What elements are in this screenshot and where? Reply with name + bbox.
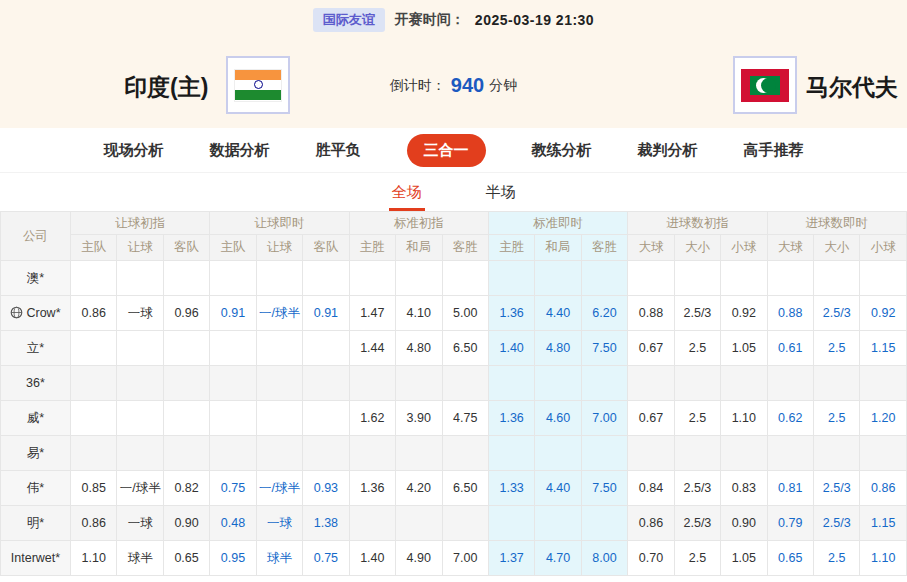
live-odds-cell[interactable]: 1.10 [860,541,907,576]
live-odds-cell[interactable]: 0.91 [303,296,349,331]
init-odds-cell [721,436,767,471]
subtab-1[interactable]: 半场 [483,174,519,211]
live-odds-cell[interactable]: 4.80 [535,331,581,366]
init-odds-cell [442,506,488,541]
live-odds-cell[interactable]: 4.40 [535,471,581,506]
live-odds-cell[interactable]: 0.81 [767,471,813,506]
live-odds-cell[interactable]: 0.61 [767,331,813,366]
company-cell[interactable]: 36* [1,366,71,401]
live-odds-cell[interactable]: 0.48 [210,506,256,541]
company-name: 36* [26,376,45,390]
live-odds-cell[interactable]: 0.95 [210,541,256,576]
init-odds-cell [396,261,442,296]
init-odds-cell [721,366,767,401]
company-cell[interactable]: 威* [1,401,71,436]
live-odds-cell[interactable]: 7.50 [581,471,627,506]
company-cell[interactable]: 易* [1,436,71,471]
live-odds-cell[interactable]: 4.40 [535,296,581,331]
col-header: 和局 [535,235,581,261]
live-odds-cell[interactable]: 一/球半 [256,471,302,506]
init-odds-cell: 0.82 [163,471,209,506]
live-odds-cell[interactable]: 1.36 [488,401,534,436]
live-odds-cell[interactable]: 0.88 [767,296,813,331]
company-cell[interactable]: Interwet* [1,541,71,576]
live-odds-cell[interactable]: 4.60 [535,401,581,436]
company-cell[interactable]: Crow* [1,296,71,331]
company-cell[interactable]: 明* [1,506,71,541]
live-odds-cell[interactable]: 0.75 [303,541,349,576]
init-odds-cell: 一/球半 [117,471,163,506]
live-odds-cell[interactable]: 0.65 [767,541,813,576]
init-odds-cell [71,436,117,471]
init-odds-cell: 5.00 [442,296,488,331]
live-odds-cell[interactable]: 1.15 [860,506,907,541]
nav-tab-4[interactable]: 教练分析 [532,141,592,160]
live-odds-cell[interactable]: 1.36 [488,296,534,331]
live-odds-cell[interactable]: 一球 [256,506,302,541]
group-header-1: 让球初指 [71,212,210,235]
company-name: 立* [27,341,44,355]
company-cell[interactable]: 伟* [1,471,71,506]
company-name: 威* [27,411,44,425]
live-odds-cell[interactable]: 0.62 [767,401,813,436]
odds-row: 易* [1,436,907,471]
nav-tab-0[interactable]: 现场分析 [104,141,164,160]
live-odds-cell[interactable]: 1.33 [488,471,534,506]
company-name: Crow* [26,306,60,320]
col-header: 客胜 [581,235,627,261]
subtab-0[interactable]: 全场 [389,174,425,211]
live-odds-cell[interactable]: 1.37 [488,541,534,576]
live-odds-cell[interactable]: 1.40 [488,331,534,366]
init-odds-cell: 0.86 [71,506,117,541]
init-odds-cell [442,366,488,401]
live-odds-cell[interactable]: 一/球半 [256,296,302,331]
live-odds-cell[interactable]: 球半 [256,541,302,576]
init-odds-cell: 2.5 [674,541,720,576]
live-odds-cell[interactable]: 2.5 [814,541,860,576]
live-odds-cell[interactable]: 0.79 [767,506,813,541]
init-odds-cell [117,401,163,436]
init-odds-cell: 0.86 [71,296,117,331]
init-odds-cell [396,366,442,401]
live-odds-cell[interactable]: 1.38 [303,506,349,541]
nav-tab-2[interactable]: 胜平负 [316,141,361,160]
live-odds-cell [210,261,256,296]
live-odds-cell[interactable]: 2.5/3 [814,296,860,331]
live-odds-cell [256,366,302,401]
live-odds-cell[interactable]: 1.20 [860,401,907,436]
live-odds-cell [210,366,256,401]
live-odds-cell[interactable]: 7.50 [581,331,627,366]
live-odds-cell[interactable]: 0.92 [860,296,907,331]
live-odds-cell[interactable]: 0.91 [210,296,256,331]
live-odds-cell[interactable]: 7.00 [581,401,627,436]
company-cell[interactable]: 立* [1,331,71,366]
company-logo-icon [10,306,23,319]
live-odds-cell [860,436,907,471]
nav-tab-5[interactable]: 裁判分析 [638,141,698,160]
live-odds-cell[interactable]: 2.5/3 [814,506,860,541]
company-cell[interactable]: 澳* [1,261,71,296]
init-odds-cell: 1.10 [71,541,117,576]
nav-tab-6[interactable]: 高手推荐 [744,141,804,160]
odds-row: 威*1.623.904.751.364.607.000.672.51.100.6… [1,401,907,436]
live-odds-cell[interactable]: 4.70 [535,541,581,576]
live-odds-cell[interactable]: 8.00 [581,541,627,576]
live-odds-cell [210,436,256,471]
live-odds-cell[interactable]: 0.75 [210,471,256,506]
init-odds-cell [163,261,209,296]
nav-tab-1[interactable]: 数据分析 [210,141,270,160]
col-header: 主胜 [349,235,395,261]
init-odds-cell: 3.90 [396,401,442,436]
nav-tab-3[interactable]: 三合一 [407,134,486,167]
live-odds-cell[interactable]: 6.20 [581,296,627,331]
live-odds-cell[interactable]: 1.15 [860,331,907,366]
live-odds-cell[interactable]: 2.5/3 [814,471,860,506]
live-odds-cell[interactable]: 0.86 [860,471,907,506]
kickoff-label: 开赛时间： [395,11,465,29]
init-odds-cell: 球半 [117,541,163,576]
live-odds-cell[interactable]: 2.5 [814,331,860,366]
init-odds-cell [117,261,163,296]
live-odds-cell[interactable]: 2.5 [814,401,860,436]
live-odds-cell[interactable]: 0.93 [303,471,349,506]
init-odds-cell: 一球 [117,506,163,541]
